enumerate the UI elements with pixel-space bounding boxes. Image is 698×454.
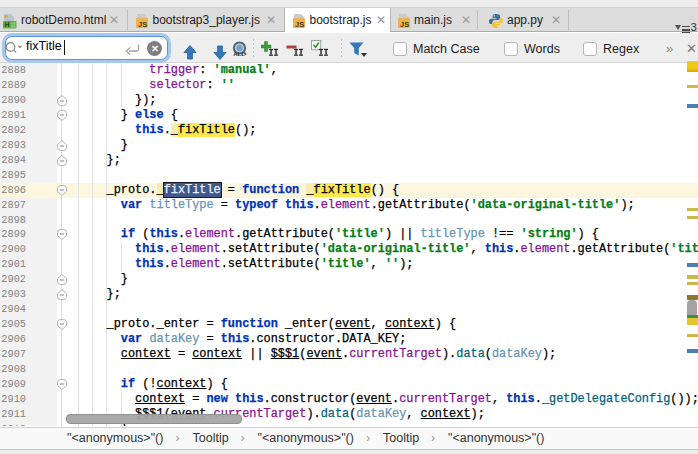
svg-text:JS: JS — [295, 20, 304, 29]
svg-text:H: H — [5, 21, 10, 28]
svg-text:ALL: ALL — [233, 51, 245, 57]
svg-text:JS: JS — [400, 20, 409, 29]
svg-text:JS: JS — [138, 20, 147, 29]
